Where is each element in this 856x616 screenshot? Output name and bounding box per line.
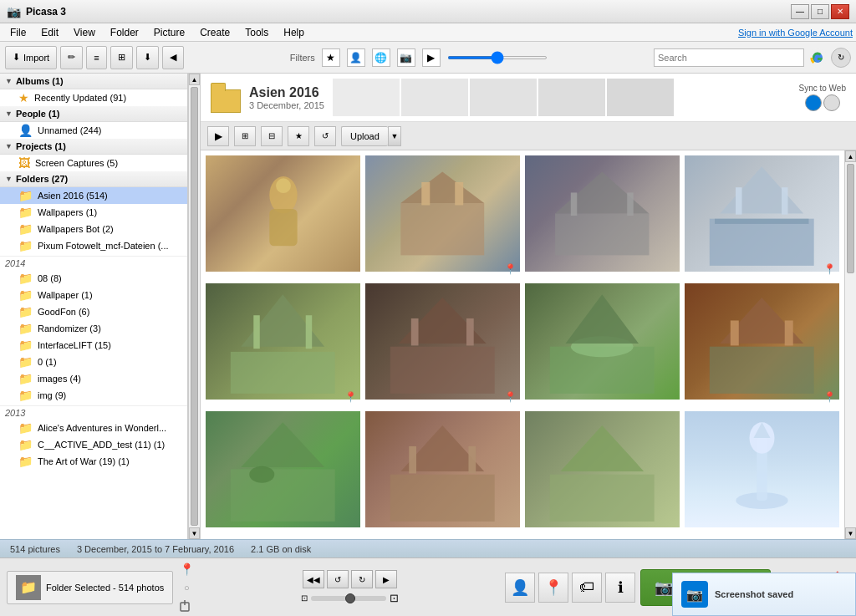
- pixum-folder[interactable]: 📁 Pixum Fotowelt_mcf-Dateien (...: [0, 237, 187, 254]
- unnamed-person-item[interactable]: 👤 Unnamed (244): [0, 122, 187, 139]
- photo-thumb-10[interactable]: [365, 411, 520, 534]
- menu-folder[interactable]: Folder: [104, 25, 145, 40]
- add-to-album-icon[interactable]: [178, 598, 195, 614]
- menu-view[interactable]: View: [67, 25, 102, 40]
- nav-button[interactable]: ◀: [162, 46, 184, 69]
- folders-section-header[interactable]: ▼ Folders (27): [0, 171, 187, 187]
- content-scroll-down[interactable]: ▼: [845, 527, 856, 539]
- rotate-button[interactable]: ↺: [314, 126, 336, 146]
- signin-link[interactable]: Sign in with Google Account: [738, 28, 853, 38]
- goodfon-folder[interactable]: 📁 GoodFon (6): [0, 303, 187, 320]
- menu-tools[interactable]: Tools: [238, 25, 275, 40]
- sidebar-scroll-down[interactable]: ▼: [189, 527, 200, 539]
- forward-button[interactable]: ▶: [375, 570, 397, 588]
- back-button[interactable]: ◀◀: [303, 570, 324, 588]
- content-scrollbar[interactable]: ▲ ▼: [844, 150, 856, 539]
- svg-rect-4: [401, 203, 485, 255]
- person-filter[interactable]: 👤: [347, 48, 365, 67]
- globe-filter[interactable]: 🌐: [372, 48, 390, 67]
- play-button[interactable]: ▶: [207, 126, 229, 146]
- svg-marker-40: [561, 425, 645, 471]
- google-icon[interactable]: [808, 48, 828, 68]
- photo-thumb-7[interactable]: [525, 283, 680, 406]
- map-pin-action-icon[interactable]: 📍: [538, 573, 568, 603]
- status-disk-size: 2.1 GB on disk: [251, 544, 311, 554]
- randomizer-folder[interactable]: 📁 Randomizer (3): [0, 320, 187, 337]
- info-action-icon[interactable]: ℹ: [605, 573, 635, 603]
- sync-to-web[interactable]: Sync to Web: [798, 84, 846, 111]
- 08-folder[interactable]: 📁 08 (8): [0, 270, 187, 287]
- people-action-icon[interactable]: 👤: [505, 573, 535, 603]
- projects-section-header[interactable]: ▼ Projects (1): [0, 139, 187, 155]
- star-filter[interactable]: ★: [322, 48, 340, 67]
- star-button[interactable]: ★: [288, 126, 309, 146]
- cactive-folder[interactable]: 📁 C__ACTIVE_ADD_test (11) (1): [0, 436, 187, 453]
- list-view-button[interactable]: ≡: [86, 46, 106, 69]
- wallpaper-2014-folder[interactable]: 📁 Wallpaper (1): [0, 287, 187, 303]
- sync-dot-on[interactable]: [823, 94, 840, 111]
- filter-slider[interactable]: [447, 56, 548, 59]
- photo-thumb-5[interactable]: 📍: [206, 283, 360, 406]
- pixum-icon: 📁: [18, 239, 33, 252]
- size-slider-area[interactable]: ⊡ ⊡: [301, 592, 399, 604]
- photo-thumb-1[interactable]: [206, 155, 360, 278]
- photo-thumb-2[interactable]: 📍: [365, 155, 520, 278]
- content-scroll-up[interactable]: ▲: [845, 150, 856, 162]
- wallpapers-bot-folder[interactable]: 📁 Wallpapers Bot (2): [0, 221, 187, 237]
- sync-dot-off[interactable]: [805, 94, 822, 111]
- collage-button[interactable]: ⊞: [234, 126, 256, 146]
- prev-button[interactable]: ↺: [327, 570, 349, 588]
- stitch-button[interactable]: ⊟: [261, 126, 283, 146]
- photo-thumb-4[interactable]: 📍: [685, 155, 839, 278]
- upload-button[interactable]: Upload: [341, 126, 388, 146]
- photo-thumb-12[interactable]: [685, 411, 839, 534]
- menu-file[interactable]: File: [3, 25, 33, 40]
- photo-thumb-11[interactable]: [525, 411, 680, 534]
- menu-create[interactable]: Create: [193, 25, 237, 40]
- unnamed-label: Unnamed (244): [38, 125, 101, 135]
- artofwar-folder[interactable]: 📁 The Art of War (19) (1): [0, 453, 187, 470]
- images-folder[interactable]: 📁 images (4): [0, 370, 187, 387]
- alice-folder[interactable]: 📁 Alice's Adventures in Wonderl...: [0, 420, 187, 436]
- recently-updated-item[interactable]: ★ Recently Updated (91): [0, 89, 187, 106]
- wallpapers-folder[interactable]: 📁 Wallpapers (1): [0, 204, 187, 221]
- video-filter[interactable]: ▶: [422, 48, 441, 67]
- sidebar-scroll-up[interactable]: ▲: [189, 74, 200, 85]
- photo-thumb-3[interactable]: [525, 155, 680, 278]
- import-button[interactable]: ⬇ Import: [5, 46, 57, 69]
- app-title: Picasa 3: [26, 6, 66, 18]
- photo-thumb-6[interactable]: 📍: [365, 283, 520, 406]
- size-small-icon: ⊡: [301, 593, 308, 603]
- camera-filter[interactable]: 📷: [397, 48, 415, 67]
- sidebar-scrollbar[interactable]: ▲ ▼: [188, 74, 200, 539]
- albums-section-header[interactable]: ▼ Albums (1): [0, 74, 187, 89]
- search-input[interactable]: [654, 48, 804, 67]
- content-scroll-thumb[interactable]: [847, 164, 854, 273]
- menu-help[interactable]: Help: [277, 25, 311, 40]
- maximize-button[interactable]: □: [811, 4, 829, 19]
- menu-picture[interactable]: Picture: [147, 25, 191, 40]
- minimize-button[interactable]: —: [791, 4, 809, 19]
- bottom-nav-buttons: ◀◀ ↺ ↻ ▶: [303, 570, 397, 588]
- menu-edit[interactable]: Edit: [34, 25, 65, 40]
- img-folder[interactable]: 📁 img (9): [0, 387, 187, 404]
- next-button[interactable]: ↻: [351, 570, 373, 588]
- zero-folder[interactable]: 📁 0 (1): [0, 354, 187, 370]
- sort-button[interactable]: ⬇: [136, 46, 159, 69]
- close-button[interactable]: ✕: [831, 4, 849, 19]
- people-section-header[interactable]: ▼ People (1): [0, 106, 187, 122]
- album-date: 3 December, 2015: [249, 100, 324, 110]
- upload-dropdown-button[interactable]: ▼: [388, 126, 401, 146]
- asien-2016-folder[interactable]: 📁 Asien 2016 (514): [0, 187, 187, 204]
- photo-thumb-8[interactable]: 📍: [685, 283, 839, 406]
- sync-toggle[interactable]: [805, 94, 840, 111]
- screen-captures-item[interactable]: 🖼 Screen Captures (5): [0, 155, 187, 171]
- edit-button[interactable]: ✏: [60, 46, 83, 69]
- interfacelift-folder[interactable]: 📁 InterfaceLIFT (15): [0, 337, 187, 354]
- sidebar-scroll-thumb[interactable]: [191, 87, 198, 526]
- photo-thumb-9[interactable]: [206, 411, 360, 534]
- grid-view-button[interactable]: ⊞: [110, 46, 133, 69]
- size-slider-handle[interactable]: [345, 593, 355, 603]
- tag-action-icon[interactable]: 🏷: [572, 573, 602, 603]
- location-pin-icon[interactable]: 📍: [178, 561, 195, 578]
